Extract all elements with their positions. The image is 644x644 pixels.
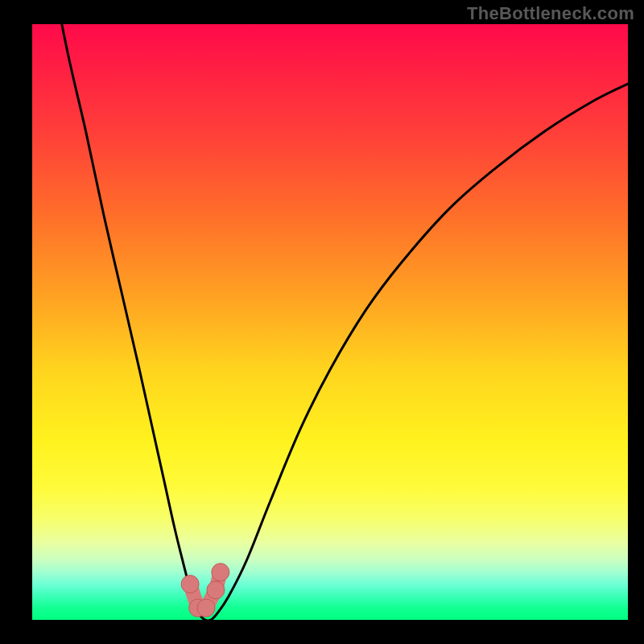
data-marker xyxy=(181,576,199,593)
chart-frame: TheBottleneck.com xyxy=(0,0,644,644)
data-marker xyxy=(207,581,225,599)
data-marker xyxy=(212,564,229,581)
bottleneck-curve-svg xyxy=(32,24,628,620)
watermark-label: TheBottleneck.com xyxy=(467,3,634,24)
bottleneck-curve xyxy=(32,24,628,620)
data-marker xyxy=(197,599,215,617)
plot-area xyxy=(32,24,628,620)
